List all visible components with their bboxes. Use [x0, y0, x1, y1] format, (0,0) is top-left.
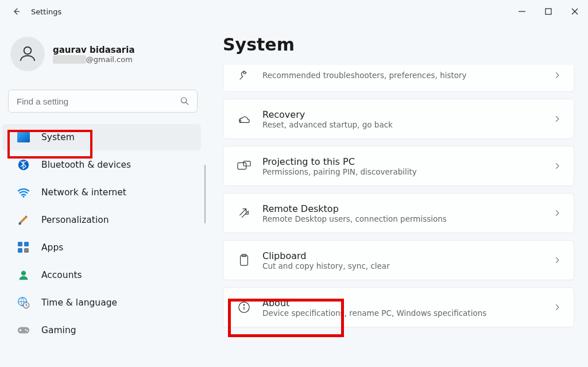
minimize-button[interactable]	[509, 0, 535, 23]
card-title: Clipboard	[262, 250, 390, 261]
svg-rect-23	[243, 161, 250, 166]
svg-rect-24	[241, 256, 248, 265]
chevron-right-icon	[553, 303, 561, 311]
card-title: Recovery	[262, 109, 393, 120]
svg-point-21	[26, 330, 28, 331]
card-recovery[interactable]: Recovery Reset, advanced startup, go bac…	[223, 99, 574, 139]
info-icon	[236, 299, 252, 315]
sidebar-item-bluetooth[interactable]: Bluetooth & devices	[2, 152, 201, 178]
card-title: Remote Desktop	[262, 203, 447, 214]
sidebar-item-label: Apps	[41, 242, 63, 253]
user-email: xxxxxxx@gmail.com	[53, 55, 135, 64]
card-title: About	[262, 298, 486, 308]
sidebar-item-personalization[interactable]: Personalization	[2, 207, 201, 233]
chevron-right-icon	[553, 256, 561, 264]
settings-card-list: Recommended troubleshooters, preferences…	[223, 65, 574, 327]
svg-point-16	[21, 271, 26, 276]
search-icon	[180, 96, 189, 106]
titlebar: Settings	[0, 0, 588, 23]
sidebar-item-apps[interactable]: Apps	[2, 234, 201, 261]
card-subtitle: Permissions, pairing PIN, discoverabilit…	[262, 167, 417, 176]
sidebar-item-time-language[interactable]: Time & language	[2, 289, 201, 316]
card-subtitle: Recommended troubleshooters, preferences…	[262, 71, 467, 80]
person-outline-icon	[17, 44, 38, 64]
recovery-icon	[236, 111, 252, 127]
gamepad-icon	[17, 324, 30, 337]
svg-point-10	[22, 196, 24, 198]
back-button[interactable]	[9, 5, 23, 18]
card-subtitle: Device specifications, rename PC, Window…	[262, 308, 486, 318]
sidebar-item-system[interactable]: System	[2, 124, 201, 150]
close-button[interactable]	[562, 0, 588, 23]
sidebar-item-label: Gaming	[41, 325, 76, 335]
system-icon	[17, 131, 30, 144]
app-title: Settings	[31, 7, 61, 16]
sidebar-item-network[interactable]: Network & internet	[2, 179, 201, 206]
svg-rect-1	[546, 9, 551, 14]
card-subtitle: Remote Desktop users, connection permiss…	[262, 214, 447, 223]
svg-point-20	[25, 329, 26, 330]
card-remote-desktop[interactable]: Remote Desktop Remote Desktop users, con…	[223, 193, 574, 233]
back-arrow-icon	[11, 6, 21, 17]
card-projecting[interactable]: Projecting to this PC Permissions, pairi…	[223, 146, 574, 186]
sidebar-item-label: Accounts	[41, 270, 82, 280]
svg-rect-12	[18, 242, 22, 246]
search-container	[8, 90, 198, 113]
sidebar-item-label: System	[41, 132, 75, 142]
card-clipboard[interactable]: Clipboard Cut and copy history, sync, cl…	[223, 240, 574, 280]
remote-desktop-icon	[236, 205, 252, 221]
svg-point-5	[181, 98, 186, 103]
paintbrush-icon	[17, 214, 30, 226]
card-subtitle: Reset, advanced startup, go back	[262, 120, 393, 129]
svg-line-6	[186, 102, 188, 105]
search-input[interactable]	[8, 90, 198, 113]
svg-rect-15	[24, 248, 29, 253]
sidebar-item-gaming[interactable]: Gaming	[2, 317, 201, 343]
svg-point-11	[18, 222, 21, 225]
avatar	[10, 37, 45, 71]
svg-point-4	[24, 47, 32, 55]
window-controls	[509, 0, 588, 23]
card-subtitle: Cut and copy history, sync, clear	[262, 261, 390, 271]
chevron-right-icon	[553, 115, 561, 123]
card-troubleshoot[interactable]: Recommended troubleshooters, preferences…	[223, 65, 574, 92]
nav-list: System Bluetooth & devices Network & int…	[0, 124, 206, 342]
sidebar-item-label: Time & language	[41, 298, 117, 308]
page-title: System	[223, 34, 574, 55]
main-content: System Recommended troubleshooters, pref…	[206, 23, 588, 367]
svg-point-28	[243, 304, 244, 305]
sidebar-item-accounts[interactable]: Accounts	[2, 262, 201, 288]
sidebar-item-label: Personalization	[41, 215, 109, 225]
wifi-icon	[17, 186, 30, 199]
card-about[interactable]: About Device specifications, rename PC, …	[223, 287, 574, 327]
svg-rect-8	[17, 132, 30, 142]
close-icon	[571, 8, 578, 15]
sidebar-item-label: Bluetooth & devices	[41, 160, 131, 170]
globe-clock-icon	[17, 296, 30, 309]
svg-rect-14	[18, 248, 22, 253]
clipboard-icon	[236, 252, 252, 268]
maximize-button[interactable]	[535, 0, 562, 23]
chevron-right-icon	[553, 209, 561, 217]
troubleshoot-icon	[236, 67, 252, 83]
minimize-icon	[519, 8, 525, 15]
bluetooth-icon	[17, 159, 30, 171]
apps-icon	[17, 241, 30, 254]
sidebar: gaurav bidasaria xxxxxxx@gmail.com Syste…	[0, 23, 206, 367]
card-title: Projecting to this PC	[262, 156, 417, 167]
user-account-block[interactable]: gaurav bidasaria xxxxxxx@gmail.com	[0, 32, 206, 79]
svg-rect-13	[24, 242, 29, 246]
projecting-icon	[236, 158, 252, 174]
chevron-right-icon	[553, 162, 561, 170]
chevron-right-icon	[553, 71, 561, 79]
user-name: gaurav bidasaria	[53, 45, 135, 55]
maximize-icon	[545, 8, 552, 15]
sidebar-item-label: Network & internet	[41, 187, 126, 198]
person-icon	[17, 269, 30, 281]
